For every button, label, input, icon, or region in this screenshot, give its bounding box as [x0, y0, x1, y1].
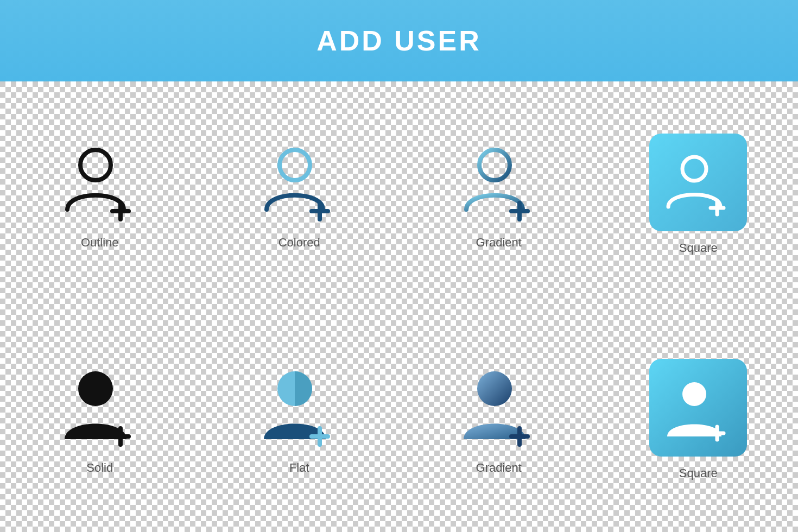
icon-cell-solid: Solid — [0, 307, 200, 532]
icon-label-gradient-top: Gradient — [476, 236, 522, 250]
icon-cell-gradient-bottom: Gradient — [399, 307, 599, 532]
icon-grid: Outline Colored — [0, 81, 798, 532]
icon-cell-square-bottom: Square — [599, 307, 799, 532]
add-user-solid-icon — [56, 364, 143, 451]
page-title: ADD USER — [316, 24, 482, 57]
icon-label-square-bottom: Square — [679, 466, 718, 480]
add-user-square-top-icon — [663, 147, 733, 218]
icon-label-outline: Outline — [81, 236, 119, 250]
add-user-colored-icon — [256, 139, 343, 226]
icon-label-flat: Flat — [289, 461, 309, 475]
add-user-gradient-top-icon — [455, 139, 542, 226]
add-user-outline-icon — [56, 139, 143, 226]
add-user-flat-icon — [256, 364, 343, 451]
square-top-container — [649, 134, 747, 231]
svg-point-12 — [78, 371, 113, 406]
icon-label-square-top: Square — [679, 241, 718, 255]
svg-point-21 — [682, 382, 706, 406]
icon-cell-gradient-top: Gradient — [399, 81, 599, 307]
header-banner: ADD USER — [0, 0, 798, 81]
icon-cell-colored: Colored — [200, 81, 400, 307]
icon-label-gradient-bottom: Gradient — [476, 461, 522, 475]
svg-point-3 — [280, 150, 310, 180]
icon-cell-square-top: Square — [599, 81, 799, 307]
svg-point-0 — [80, 150, 111, 180]
svg-point-6 — [479, 150, 510, 180]
svg-point-9 — [682, 157, 706, 181]
icon-label-colored: Colored — [278, 236, 320, 250]
icon-label-solid: Solid — [86, 461, 113, 475]
svg-point-18 — [477, 371, 512, 406]
add-user-square-bottom-icon — [663, 372, 733, 443]
icon-cell-flat: Flat — [200, 307, 400, 532]
square-bottom-container — [649, 359, 747, 457]
icon-cell-outline: Outline — [0, 81, 200, 307]
add-user-gradient-bottom-icon — [455, 364, 542, 451]
